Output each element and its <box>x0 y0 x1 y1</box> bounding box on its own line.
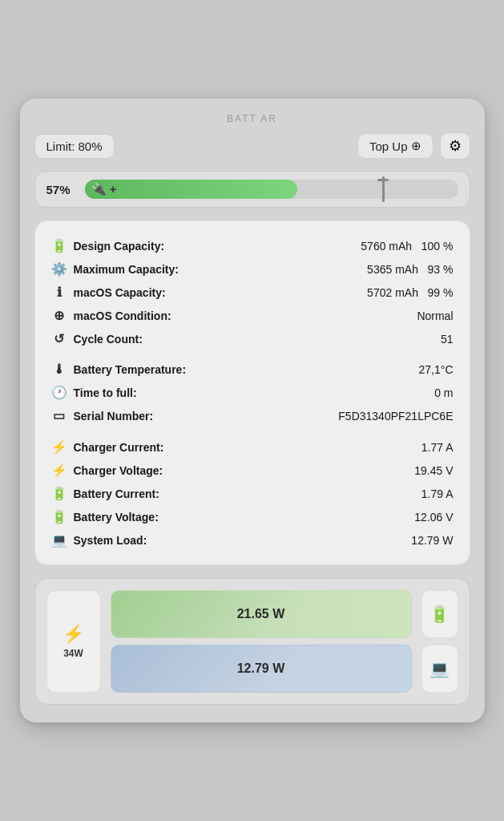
blue-power-value: 12.79 W <box>237 661 285 676</box>
temperature-icon: 🌡 <box>51 362 67 377</box>
battery-bar-wrapper: 57% 🔌 + <box>46 180 458 199</box>
design-capacity-value: 5760 mAh 100 % <box>361 240 453 253</box>
power-chart-blue: 12.79 W <box>111 645 412 693</box>
info-row-design-capacity: 🔋 Design Capacity: 5760 mAh 100 % <box>51 234 454 257</box>
battery-charging-icon: 🔋 <box>429 605 450 624</box>
gear-icon: ⚙ <box>449 137 462 155</box>
battery-bar-fill: 🔌 + <box>85 180 298 199</box>
charger-info: ⚡ 34W <box>46 590 101 693</box>
battery-voltage-icon: 🔋 <box>51 509 67 524</box>
top-up-icon: ⊕ <box>411 139 421 153</box>
power-chart-green: 21.65 W <box>111 590 412 638</box>
cycle-count-value: 51 <box>441 333 454 346</box>
limit-badge: Limit: 80% <box>34 134 115 159</box>
battery-charging-btn[interactable]: 🔋 <box>421 590 458 638</box>
info-row-time-to-full: 🕐 Time to full: 0 m <box>51 381 454 404</box>
info-row-max-capacity: ⚙️ Maximum Capacity: 5365 mAh 93 % <box>51 257 454 281</box>
battery-bar-container: 57% 🔌 + <box>34 171 470 208</box>
battery-bar-track: 🔌 + <box>85 180 458 199</box>
battery-info-card: 🔋 Design Capacity: 5760 mAh 100 % ⚙️ Max… <box>34 220 470 565</box>
time-icon: 🕐 <box>51 385 67 400</box>
charger-voltage-value: 19.45 V <box>414 464 453 477</box>
temperature-value: 27,1°C <box>419 363 454 376</box>
top-up-button[interactable]: Top Up ⊕ <box>357 133 433 159</box>
battery-bar-limit <box>382 176 385 202</box>
serial-icon: ▭ <box>51 408 67 423</box>
info-row-macos-condition: ⊕ macOS Condition: Normal <box>51 304 454 327</box>
info-row-serial: ▭ Serial Number: F5D31340PF21LPC6E <box>51 404 454 427</box>
battery-voltage-value: 12.06 V <box>414 511 453 524</box>
info-row-battery-current: 🔋 Battery Current: 1.79 A <box>51 482 454 505</box>
serial-number-value: F5D31340PF21LPC6E <box>338 410 453 423</box>
charger-bolt-icon: ⚡ <box>62 624 84 645</box>
info-row-macos-capacity: ℹ macOS Capacity: 5702 mAh 99 % <box>51 281 454 304</box>
battery-current-icon: 🔋 <box>51 486 67 501</box>
time-to-full-value: 0 m <box>434 386 453 399</box>
charger-current-icon: ⚡ <box>51 439 67 455</box>
charger-current-value: 1.77 A <box>421 441 454 454</box>
battery-icon: 🔋 <box>51 238 67 253</box>
laptop-icon: 💻 <box>429 659 450 678</box>
battery-charging-icons: 🔌 + <box>91 182 117 196</box>
charger-voltage-icon: ⚡ <box>51 463 67 478</box>
max-capacity-value: 5365 mAh 93 % <box>367 263 453 276</box>
app-container: BATT AR Limit: 80% Top Up ⊕ ⚙ 57% 🔌 + <box>20 99 485 722</box>
info-row-charger-current: ⚡ Charger Current: 1.77 A <box>51 435 454 459</box>
header-right: Top Up ⊕ ⚙ <box>357 132 470 160</box>
right-icons: 🔋 💻 <box>421 590 458 693</box>
macos-condition-value: Normal <box>417 309 453 322</box>
battery-percent: 57% <box>46 183 77 196</box>
system-load-icon: 💻 <box>51 532 67 548</box>
info-row-battery-voltage: 🔋 Battery Voltage: 12.06 V <box>51 505 454 528</box>
max-capacity-icon: ⚙️ <box>51 261 67 277</box>
info-row-system-load: 💻 System Load: 12.79 W <box>51 528 454 552</box>
info-row-temperature: 🌡 Battery Temperature: 27,1°C <box>51 358 454 381</box>
app-logo: BATT AR <box>34 113 470 124</box>
system-load-value: 12.79 W <box>411 534 453 547</box>
settings-button[interactable]: ⚙ <box>440 132 470 160</box>
macos-capacity-icon: ℹ <box>51 285 67 300</box>
macos-capacity-value: 5702 mAh 99 % <box>367 286 453 299</box>
power-charts: 21.65 W 12.79 W <box>111 590 412 693</box>
bottom-panel: ⚡ 34W 21.65 W 12.79 W 🔋 💻 <box>34 578 470 705</box>
green-power-value: 21.65 W <box>237 607 285 621</box>
info-row-cycle-count: ↺ Cycle Count: 51 <box>51 327 454 350</box>
battery-current-value: 1.79 A <box>421 487 454 500</box>
bottom-panel-inner: ⚡ 34W 21.65 W 12.79 W 🔋 💻 <box>46 590 458 693</box>
cycle-icon: ↺ <box>51 331 67 346</box>
info-row-charger-voltage: ⚡ Charger Voltage: 19.45 V <box>51 459 454 482</box>
laptop-btn[interactable]: 💻 <box>421 645 458 693</box>
condition-icon: ⊕ <box>51 308 67 323</box>
charger-watts: 34W <box>63 648 83 659</box>
header-row: Limit: 80% Top Up ⊕ ⚙ <box>34 132 470 160</box>
